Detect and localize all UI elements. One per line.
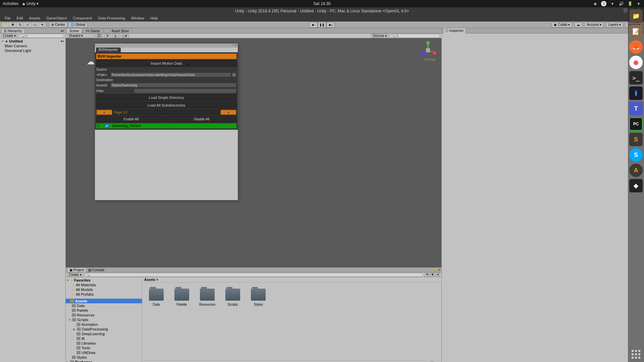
battery-icon[interactable]: 🔋 bbox=[627, 1, 633, 6]
tree-item[interactable]: Animation bbox=[66, 322, 142, 327]
play-button[interactable]: ▶ bbox=[309, 22, 318, 28]
tree-item[interactable]: IK bbox=[66, 336, 142, 341]
sublime-icon[interactable]: S bbox=[629, 133, 643, 146]
hierarchy-search[interactable]: 🔍All bbox=[19, 34, 64, 38]
tree-favorites[interactable]: ▼★Favorites bbox=[66, 278, 142, 283]
skype-icon[interactable]: S bbox=[629, 148, 643, 162]
menu-dataprocessing[interactable]: Data Processing bbox=[95, 15, 128, 21]
import-motion-button[interactable]: Import Motion Data bbox=[96, 60, 236, 67]
transform-tool[interactable]: ✦ bbox=[39, 22, 46, 27]
rotate-tool[interactable]: ↻ bbox=[16, 22, 24, 27]
destination-input[interactable] bbox=[110, 83, 236, 87]
tree-item[interactable]: ★All Materials bbox=[66, 283, 142, 287]
bvh-tab[interactable]: BVHImporter bbox=[96, 48, 121, 52]
prev-page-button[interactable]: < bbox=[97, 110, 112, 115]
terminal-icon[interactable]: >_ bbox=[629, 71, 643, 84]
tree-item[interactable]: ★All Models bbox=[66, 287, 142, 292]
asset-folder[interactable]: Styles bbox=[249, 289, 268, 306]
expand-arrow-icon[interactable]: ▼ bbox=[1, 40, 4, 43]
pivot-center-toggle[interactable]: ⊕ Center bbox=[49, 22, 67, 27]
menu-component[interactable]: Component bbox=[70, 15, 95, 21]
tree-item[interactable]: Palette bbox=[66, 308, 142, 313]
scale-tool[interactable]: ⤢ bbox=[24, 22, 31, 27]
updater-icon[interactable]: A bbox=[629, 164, 643, 177]
asset-folder[interactable]: Data bbox=[147, 289, 166, 306]
chrome-icon[interactable]: ◉ bbox=[629, 56, 643, 69]
minimize-button[interactable] bbox=[623, 8, 628, 13]
tree-item[interactable]: Libraries bbox=[66, 341, 142, 346]
disable-all-button[interactable]: Disable All bbox=[167, 116, 236, 122]
rect-tool[interactable]: ▭ bbox=[31, 22, 39, 27]
hierarchy-tab[interactable]: ☰ Hierarchy bbox=[1, 28, 24, 33]
hierarchy-item[interactable]: Main Camera bbox=[0, 44, 65, 48]
scene-menu-icon[interactable]: ▾≡ bbox=[61, 40, 64, 43]
menu-edit[interactable]: Edit bbox=[14, 15, 26, 21]
tree-packages[interactable]: ▶Packages bbox=[66, 360, 142, 362]
step-button[interactable]: ▶| bbox=[326, 22, 335, 28]
tree-item[interactable]: Data bbox=[66, 303, 142, 308]
layers-dropdown[interactable]: Layers ▾ bbox=[606, 22, 623, 27]
power-menu-icon[interactable]: ▾ bbox=[636, 1, 641, 6]
2d-toggle[interactable]: 2D bbox=[95, 34, 103, 38]
browse-button[interactable]: ⊙ bbox=[232, 72, 236, 77]
global-local-toggle[interactable]: 🌐 Global bbox=[68, 22, 88, 27]
audio-toggle[interactable]: 🔊 bbox=[112, 34, 119, 38]
file-checkbox[interactable] bbox=[105, 124, 109, 128]
text-editor-icon[interactable]: 📝 bbox=[629, 25, 643, 38]
skype-tray-icon[interactable]: S bbox=[601, 1, 606, 6]
asset-folder[interactable]: Resources bbox=[198, 289, 217, 306]
hierarchy-options-icon[interactable]: ▾≡ bbox=[61, 29, 64, 33]
asset-size-slider[interactable] bbox=[142, 360, 441, 362]
filter-type-icon[interactable]: ✱ bbox=[430, 273, 435, 277]
collab-dropdown[interactable]: ◉ Collab ▾ bbox=[551, 22, 572, 27]
tree-item[interactable]: ▶DataProcessing bbox=[66, 327, 142, 331]
firefox-icon[interactable]: 🦊 bbox=[629, 40, 643, 54]
assetstore-tab[interactable]: 🛒Asset Store bbox=[104, 28, 132, 33]
account-dropdown[interactable]: Account ▾ bbox=[584, 22, 604, 27]
tree-item[interactable]: Tools bbox=[66, 346, 142, 350]
menu-help[interactable]: Help bbox=[148, 15, 161, 21]
panel-lock-icon[interactable]: 🔒 ≡ bbox=[434, 268, 440, 272]
scene-search[interactable]: 🔍All bbox=[390, 34, 440, 38]
sound-icon[interactable]: 🔊 bbox=[619, 1, 624, 6]
asset-folder[interactable]: Palette bbox=[172, 289, 191, 306]
load-all-button[interactable]: Load All Subdirectories bbox=[96, 102, 236, 109]
tree-assets[interactable]: ▼Assets bbox=[66, 299, 142, 303]
filter-input[interactable] bbox=[134, 88, 236, 93]
menu-assets[interactable]: Assets bbox=[26, 15, 43, 21]
game-tab[interactable]: 🎮Game bbox=[83, 28, 103, 33]
filter-icon[interactable]: ⚑ bbox=[425, 273, 429, 277]
tree-item[interactable]: Styles bbox=[66, 355, 142, 360]
scene-tab[interactable]: Scene bbox=[66, 28, 82, 33]
hierarchy-item[interactable]: Directional Light bbox=[0, 48, 65, 53]
scene-root[interactable]: ▼ ◈ Untitled ▾≡ bbox=[0, 39, 65, 44]
breadcrumb[interactable]: Assets > bbox=[142, 277, 441, 283]
gizmos-dropdown[interactable]: Gizmos ▾ bbox=[371, 34, 388, 38]
project-tab[interactable]: ▣ Project bbox=[67, 267, 86, 272]
network-icon[interactable]: ▾ bbox=[610, 1, 615, 6]
unity-hub-icon[interactable]: ◈ bbox=[592, 1, 598, 6]
show-apps-icon[interactable] bbox=[632, 350, 640, 359]
tree-item[interactable]: UltiDraw bbox=[66, 350, 142, 355]
asset-folder[interactable]: Scripts bbox=[223, 289, 242, 306]
pycharm-icon[interactable]: PC bbox=[629, 117, 643, 131]
vscode-icon[interactable]: ≬ bbox=[629, 86, 643, 100]
menu-gameobject[interactable]: GameObject bbox=[44, 15, 70, 21]
menu-window[interactable]: Window bbox=[128, 15, 147, 21]
file-row[interactable]: 1 Swimming_FW.bvh bbox=[96, 123, 236, 128]
float-close-icon[interactable]: ✕ bbox=[234, 44, 237, 48]
load-single-button[interactable]: Load Single Directory bbox=[96, 94, 236, 101]
hand-tool[interactable]: ✋ bbox=[2, 22, 9, 27]
tree-item[interactable]: DeepLearning bbox=[66, 331, 142, 336]
next-page-button[interactable]: > bbox=[221, 110, 236, 115]
menu-file[interactable]: File bbox=[2, 15, 13, 21]
tree-item[interactable]: Resources bbox=[66, 313, 142, 317]
float-max-icon[interactable]: ▫ bbox=[232, 44, 233, 48]
inspector-tab[interactable]: ⓘ Inspector bbox=[443, 28, 466, 34]
path-input[interactable] bbox=[110, 72, 231, 77]
orientation-gizmo[interactable] bbox=[418, 40, 438, 60]
clock[interactable]: Sat 14:30 bbox=[313, 1, 330, 6]
shading-mode-dropdown[interactable]: Shaded ▾ bbox=[67, 34, 94, 38]
unity-icon[interactable]: ◈ bbox=[629, 179, 643, 192]
pause-button[interactable]: ❚❚ bbox=[318, 22, 326, 28]
